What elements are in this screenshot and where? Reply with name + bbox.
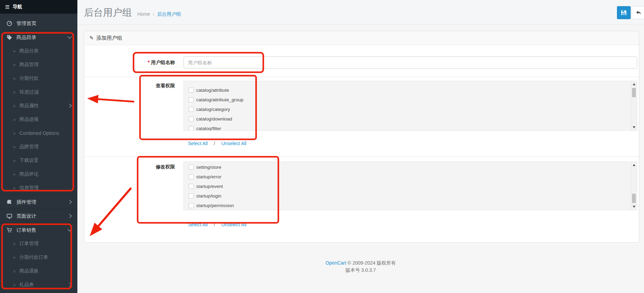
scroll-down-button[interactable] <box>631 204 636 209</box>
sidebar-subitem-label: 信息管理 <box>20 185 39 191</box>
permission-option[interactable]: catalog/attribute_group <box>184 95 637 104</box>
double-angle-icon: » <box>13 144 16 150</box>
permission-option[interactable]: catalog/attribute <box>184 85 637 95</box>
chevron-right-icon <box>67 104 72 108</box>
access-permission-label: 查看权限 <box>84 82 175 89</box>
scrollbar-thumb[interactable] <box>632 88 636 97</box>
sidebar-subitem-attributes[interactable]: »商品属性 <box>0 99 77 113</box>
permission-option[interactable]: catalog/filter <box>184 124 637 131</box>
modify-permission-label: 修改权限 <box>84 163 175 170</box>
select-all-link[interactable]: Select All <box>188 222 208 227</box>
sidebar-subitem-installment[interactable]: »分期付款 <box>0 72 77 85</box>
chevron-down-icon <box>67 35 72 39</box>
checkbox[interactable] <box>189 116 194 122</box>
permission-option-label: setting/store <box>196 165 222 170</box>
scrollbar[interactable] <box>631 81 636 130</box>
double-angle-icon: » <box>13 241 16 246</box>
scroll-up-button[interactable] <box>631 81 636 87</box>
permission-option[interactable]: catalog/download <box>184 114 637 124</box>
permission-option[interactable]: startup/permission <box>184 201 637 210</box>
sidebar-subitem-label: 商品管理 <box>20 62 39 68</box>
sidebar-subitem-information[interactable]: »信息管理 <box>0 181 77 195</box>
name-field-label: *用户组名称 <box>84 59 175 66</box>
sidebar-subitem-options[interactable]: »商品选项 <box>0 113 77 126</box>
opencart-link[interactable]: OpenCart <box>326 260 346 266</box>
double-angle-icon: » <box>13 117 16 122</box>
puzzle-icon <box>6 199 13 205</box>
checkbox[interactable] <box>189 165 194 170</box>
checkbox[interactable] <box>189 107 194 112</box>
permission-option-label: startup/login <box>196 193 222 199</box>
sidebar-item-sales[interactable]: 订单销售 <box>0 223 77 237</box>
sidebar-subitem-label: 分期付款订单 <box>20 254 48 260</box>
unselect-all-link[interactable]: Unselect All <box>221 141 246 146</box>
user-group-name-input[interactable] <box>184 56 637 68</box>
sidebar-item-catalog[interactable]: 商品目录 <box>0 30 77 44</box>
double-angle-icon: » <box>13 103 16 109</box>
scrollbar[interactable] <box>631 162 636 209</box>
checkbox[interactable] <box>189 174 194 179</box>
sidebar-subitem-label: 礼品券 <box>20 282 34 288</box>
double-angle-icon: » <box>13 255 16 260</box>
permission-option[interactable]: startup/event <box>184 181 637 191</box>
unselect-all-link[interactable]: Unselect All <box>221 222 246 227</box>
sidebar-subitem-label: 商品退换 <box>20 268 39 274</box>
sidebar-subitem-label: Combined Options <box>20 130 59 136</box>
sidebar-subitem-label: 订单管理 <box>20 241 39 247</box>
sidebar-subitem-label: 商品分类 <box>20 48 39 54</box>
sidebar-item-design[interactable]: 页面设计 <box>0 209 77 223</box>
permission-option[interactable]: startup/error <box>184 172 637 181</box>
permission-option-label: catalog/filter <box>196 126 221 131</box>
checkbox[interactable] <box>189 184 194 189</box>
back-button[interactable] <box>632 6 644 19</box>
checkbox[interactable] <box>189 88 194 93</box>
sidebar-subitem-manufacturers[interactable]: »品牌管理 <box>0 140 77 154</box>
scroll-down-button[interactable] <box>631 125 636 130</box>
permission-option[interactable]: setting/store <box>184 162 637 172</box>
dashboard-icon <box>6 21 13 26</box>
sidebar-subitem-gift-vouchers[interactable]: »礼品券 <box>0 278 77 292</box>
double-angle-icon: » <box>13 282 16 288</box>
copyright-text: © 2009-2024 版权所有 <box>346 260 396 266</box>
sidebar-item-label: 商品目录 <box>16 34 36 41</box>
sidebar-subitem-label: 商品选项 <box>20 116 39 123</box>
breadcrumb-home[interactable]: Home <box>137 11 150 17</box>
opencart-admin-page: 导航 管理首页 商品目录 »商品分类 »商品管理 »分期付款 »筛选过滤 »商品… <box>0 0 644 293</box>
chevron-right-icon <box>67 200 72 204</box>
sidebar-subitem-reviews[interactable]: »商品评论 <box>0 167 77 181</box>
scroll-up-button[interactable] <box>631 162 636 168</box>
sidebar-subitem-orders[interactable]: »订单管理 <box>0 237 77 251</box>
sidebar-subitem-products[interactable]: »商品管理 <box>0 58 77 72</box>
chevron-down-icon <box>67 227 72 232</box>
sidebar-subitem-returns[interactable]: »商品退换 <box>0 264 77 278</box>
name-field-label-text: 用户组名称 <box>151 60 175 65</box>
panel-heading-label: 添加用户组 <box>97 35 122 41</box>
permission-option[interactable]: startup/login <box>184 191 637 201</box>
select-all-link[interactable]: Select All <box>188 141 208 146</box>
sidebar-item-admin-home[interactable]: 管理首页 <box>0 16 77 30</box>
sidebar-subitem-combined-options[interactable]: »Combined Options <box>0 126 77 140</box>
sidebar-subitem-label: 筛选过滤 <box>20 89 39 95</box>
sidebar-item-extensions[interactable]: 插件管理 <box>0 195 77 209</box>
sidebar-subitem-filters[interactable]: »筛选过滤 <box>0 85 77 99</box>
checkbox[interactable] <box>189 126 194 131</box>
permission-option-label: startup/permission <box>196 203 234 208</box>
save-button[interactable] <box>617 6 631 19</box>
sidebar-subitem-installment-orders[interactable]: »分期付款订单 <box>0 251 77 264</box>
sidebar: 导航 管理首页 商品目录 »商品分类 »商品管理 »分期付款 »筛选过滤 »商品… <box>0 0 77 293</box>
shopping-cart-icon <box>6 227 13 233</box>
breadcrumb-current-link[interactable]: 后台用户组 <box>157 11 181 17</box>
checkbox[interactable] <box>189 203 194 208</box>
permission-option-label: startup/error <box>196 174 222 179</box>
permission-option-label: catalog/attribute <box>196 88 229 93</box>
sidebar-item-label: 插件管理 <box>16 199 36 205</box>
scrollbar-thumb[interactable] <box>632 194 636 203</box>
sidebar-subitem-label: 品牌管理 <box>20 144 39 150</box>
checkbox[interactable] <box>189 193 194 199</box>
permission-option[interactable]: catalog/category <box>184 104 637 114</box>
checkbox[interactable] <box>189 97 194 102</box>
breadcrumb: Home › 后台用户组 <box>137 11 181 17</box>
sidebar-subitem-product-categories[interactable]: »商品分类 <box>0 44 77 58</box>
sidebar-subitem-downloads[interactable]: »下载设置 <box>0 154 77 167</box>
access-permission-list: catalog/attribute catalog/attribute_grou… <box>184 81 637 131</box>
